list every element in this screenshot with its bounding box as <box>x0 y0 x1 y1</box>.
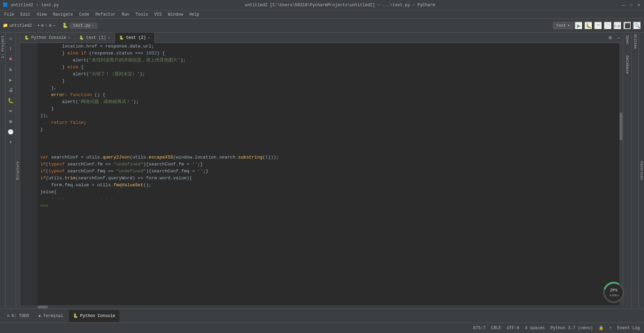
menu-window[interactable]: Window <box>165 11 186 18</box>
bottom-tab-todo[interactable]: ≡ 6: TODO <box>3 310 33 322</box>
favorites-label[interactable]: Favorites <box>639 161 643 180</box>
menu-file[interactable]: File <box>1 11 17 18</box>
code-line-23: · · · · · · <box>40 196 617 203</box>
close-panel-btn[interactable]: — <box>53 23 55 28</box>
project-icon: 📁 <box>3 23 8 28</box>
encoding[interactable]: UTF-8 <box>507 326 519 331</box>
menu-tools[interactable]: Tools <box>133 11 151 18</box>
terminate-button[interactable]: ■ <box>7 55 15 63</box>
menu-edit[interactable]: Edit <box>18 11 33 18</box>
file-tab-label: test.py <box>73 23 90 28</box>
code-line-16 <box>40 147 617 154</box>
event-log[interactable]: Event Log <box>617 326 640 331</box>
run-config-dropdown[interactable]: ▾ <box>568 23 570 28</box>
main-area: 1: Project ↺ ↕ ■ ⇅ ▶ 🖨 🐛 ∞ ⚙ 🕐 + Structu… <box>0 33 644 309</box>
bottom-tab-python-console[interactable]: 🐍 Python Console <box>69 310 119 322</box>
coverage-button[interactable]: ☂ <box>594 22 602 30</box>
run-more-button[interactable]: ▶▶ <box>613 22 622 30</box>
file-tab-close[interactable]: ✕ <box>92 24 94 28</box>
todo-icon: ≡ <box>7 314 9 318</box>
code-content[interactable]: location.href = response.data.url; } els… <box>38 43 619 305</box>
code-line-5: alert('出错了！（规则未定）'); <box>40 71 617 78</box>
bottom-tab-terminal[interactable]: ▶ Terminal <box>35 310 67 322</box>
editor-area: 🐍 Python Console ✕ 🐍 test (1) ✕ 🐍 test (… <box>20 33 623 309</box>
project-dropdown-btn[interactable]: ▾ <box>37 23 40 28</box>
project-menu-btn[interactable]: ⚙ <box>41 23 43 28</box>
tab-test2-label: test (2) <box>126 35 146 40</box>
run-button[interactable]: ▶ <box>575 22 583 30</box>
loop-button[interactable]: ∞ <box>7 107 15 115</box>
code-line-6: } <box>40 78 617 85</box>
stop-all-button[interactable]: ↕ <box>7 44 15 53</box>
menu-help[interactable]: Help <box>187 11 202 18</box>
minimize-button[interactable]: — <box>621 3 626 8</box>
toggle-button[interactable]: ⇅ <box>7 65 15 74</box>
structure-panel[interactable]: Structure <box>16 33 20 309</box>
run-config[interactable]: test ▾ <box>553 22 573 29</box>
menu-vcs[interactable]: VCS <box>151 11 165 18</box>
title-bar-left: 🟦 untitled2 › test.py <box>3 2 59 8</box>
left-action-toolbar: ↺ ↕ ■ ⇅ ▶ 🖨 🐛 ∞ ⚙ 🕐 + <box>6 33 16 309</box>
editor-settings-button[interactable]: ⚙ <box>606 35 614 41</box>
power-icon: ⚡ <box>609 325 612 331</box>
menu-code[interactable]: Code <box>76 11 92 18</box>
vertical-scrollbar[interactable] <box>619 43 623 305</box>
project-label: untitled2 <box>9 23 32 28</box>
menu-view[interactable]: View <box>34 11 50 18</box>
favorites-panel: Favorites <box>638 33 644 309</box>
tab-test2-close[interactable]: ✕ <box>148 36 150 40</box>
tab-python-console[interactable]: 🐍 Python Console ✕ <box>20 33 75 43</box>
test1-icon: 🐍 <box>79 35 84 40</box>
sciview-label[interactable]: SciView <box>633 34 637 49</box>
bottom-tabs: ≡ 6: TODO ▶ Terminal 🐍 Python Console <box>0 309 644 323</box>
lock-icon: 🔒 <box>598 325 604 331</box>
top-toolbar: 📁 untitled2 › ▾ ⚙ ↕ ⚙ — 🐍 test.py ✕ test… <box>0 19 644 33</box>
add-button[interactable]: + <box>7 138 15 146</box>
tab-python-console-close[interactable]: ✕ <box>68 36 71 40</box>
status-bar: 875:7 CRLF UTF-8 4 spaces Python 3.7 (ve… <box>0 323 644 333</box>
menu-run[interactable]: Run <box>119 11 132 18</box>
close-button[interactable]: ✕ <box>636 3 641 8</box>
h-scrollbar-thumb[interactable] <box>38 306 48 308</box>
line-ending[interactable]: CRLF <box>491 326 501 331</box>
right-panel: Spec Database <box>623 33 631 309</box>
run2-button[interactable]: ▶ <box>7 76 15 84</box>
menu-navigate[interactable]: Navigate <box>50 11 76 18</box>
scrollbar-thumb[interactable] <box>620 112 622 140</box>
python-console-bottom-icon: 🐍 <box>73 313 78 318</box>
tab-test2[interactable]: 🐍 test (2) ✕ <box>115 33 155 43</box>
project-panel-label: 1: Project <box>1 35 5 58</box>
run-debug-button[interactable]: 🐛 <box>584 22 593 30</box>
python-version[interactable]: Python 3.7 (venv) <box>551 326 593 331</box>
search-everywhere-button[interactable]: 🔍 <box>633 22 641 30</box>
debug2-button[interactable]: 🐛 <box>7 96 15 105</box>
tab-test1[interactable]: 🐍 test (1) ✕ <box>75 33 115 43</box>
expand-btn[interactable]: ↕ <box>45 23 47 28</box>
python-console-icon: 🐍 <box>24 35 29 40</box>
project-panel[interactable]: 1: Project <box>0 33 6 309</box>
python-console-bottom-label: Python Console <box>80 314 115 318</box>
settings-btn[interactable]: ⚙ <box>49 23 51 28</box>
menu-refactor[interactable]: Refactor <box>93 11 118 18</box>
stop-button[interactable]: ⬛ <box>623 22 631 30</box>
cursor-position[interactable]: 875:7 <box>473 326 486 331</box>
indent[interactable]: 4 spaces <box>525 326 545 331</box>
code-line-15 <box>40 140 617 147</box>
horizontal-scrollbar[interactable] <box>20 305 623 309</box>
settings2-button[interactable]: ⚙ <box>7 117 15 126</box>
database-label[interactable]: Database <box>625 56 629 74</box>
tab-test1-close[interactable]: ✕ <box>108 36 110 40</box>
code-line-21: form.fmq.value = utils.fmqValueSet(); <box>40 182 617 189</box>
code-line-22: }else{ <box>40 189 617 196</box>
app-icon: 🟦 <box>3 2 8 8</box>
rerun-button[interactable]: ↺ <box>7 34 15 42</box>
profile-button[interactable]: ⏱ <box>604 22 612 30</box>
spec-label[interactable]: Spec <box>625 35 629 44</box>
code-line-10: } <box>40 105 617 112</box>
clock-button[interactable]: 🕐 <box>7 128 15 136</box>
active-file-tab[interactable]: test.py ✕ <box>69 23 97 29</box>
editor-minimize-button[interactable]: — <box>614 35 623 41</box>
print-button[interactable]: 🖨 <box>7 86 15 94</box>
maximize-button[interactable]: □ <box>629 3 634 8</box>
breadcrumb-file: test.py <box>41 3 59 8</box>
